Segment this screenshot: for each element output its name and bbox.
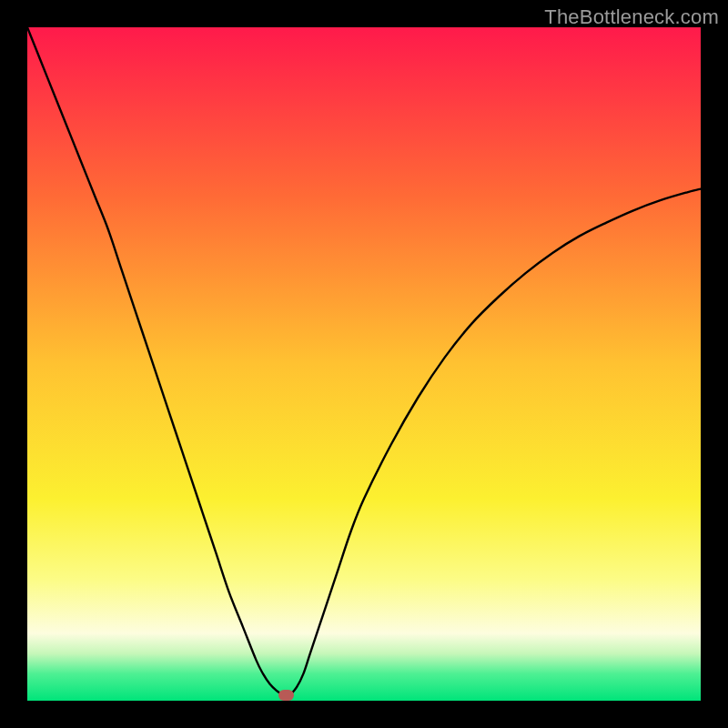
watermark-text: TheBottleneck.com <box>544 5 719 29</box>
plot-area <box>27 27 701 701</box>
optimal-point-marker <box>278 690 294 701</box>
gradient-background <box>27 27 701 701</box>
chart-frame: TheBottleneck.com <box>0 0 728 728</box>
chart-svg <box>27 27 701 701</box>
